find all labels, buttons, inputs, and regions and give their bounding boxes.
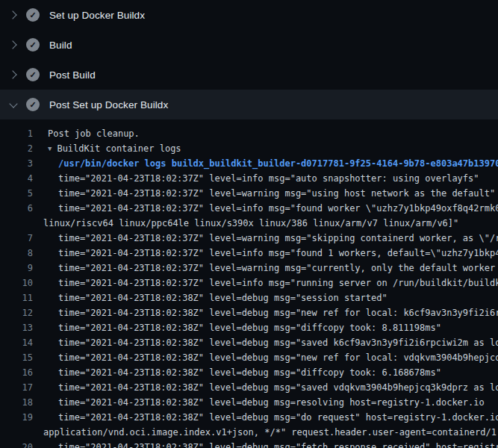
log-line: 12 time="2021-04-23T18:02:38Z" level=deb…: [0, 305, 498, 320]
step-label: Post Set up Docker Buildx: [49, 99, 168, 111]
log-line-number[interactable]: 1: [0, 126, 33, 141]
log-line-number[interactable]: 14: [0, 335, 33, 350]
step-row-set-up-docker-buildx[interactable]: ✓ Set up Docker Buildx: [0, 0, 498, 30]
chevron-right-icon: [9, 10, 18, 19]
log-line: 14 time="2021-04-23T18:02:38Z" level=deb…: [0, 335, 498, 350]
check-circle-icon: ✓: [26, 8, 40, 22]
log-line-text: time="2021-04-23T18:02:38Z" level=debug …: [33, 440, 498, 448]
log-line-text: time="2021-04-23T18:02:38Z" level=debug …: [33, 320, 441, 335]
log-line-number[interactable]: 3: [0, 156, 33, 171]
steps-list: ✓ Set up Docker Buildx ✓ Build ✓ Post Bu…: [0, 0, 498, 119]
log-line: 7 time="2021-04-23T18:02:37Z" level=warn…: [0, 231, 498, 246]
log-line: 17 time="2021-04-23T18:02:38Z" level=deb…: [0, 380, 498, 395]
log-line-text: ▼BuildKit container logs: [33, 141, 181, 156]
log-line-number[interactable]: 11: [0, 290, 33, 305]
step-label: Set up Docker Buildx: [49, 10, 145, 21]
log-line-number[interactable]: 12: [0, 305, 33, 320]
check-icon: ✓: [29, 11, 36, 19]
check-icon: ✓: [29, 41, 36, 49]
log-line-number[interactable]: 5: [0, 186, 33, 201]
chevron-right-icon: [9, 40, 18, 49]
log-line: 15 time="2021-04-23T18:02:38Z" level=deb…: [0, 350, 498, 365]
log-line-text: time="2021-04-23T18:02:37Z" level=warnin…: [33, 186, 495, 201]
step-row-post-set-up-docker-buildx[interactable]: ✓ Post Set up Docker Buildx: [0, 90, 498, 119]
log-line-text: time="2021-04-23T18:02:38Z" level=debug …: [33, 305, 498, 320]
log-line-number[interactable]: 19: [0, 410, 33, 425]
chevron-right-icon: [9, 70, 18, 79]
check-icon: ✓: [29, 71, 36, 79]
log-line-text: time="2021-04-23T18:02:38Z" level=debug …: [33, 410, 498, 425]
log-line: 16 time="2021-04-23T18:02:38Z" level=deb…: [0, 365, 498, 380]
check-icon: ✓: [29, 101, 36, 109]
log-line-number[interactable]: 10: [0, 276, 33, 290]
log-line-number[interactable]: 4: [0, 171, 33, 186]
log-line: 5 time="2021-04-23T18:02:37Z" level=warn…: [0, 186, 498, 201]
log-line-number[interactable]: 2: [0, 141, 33, 156]
chevron-down-icon: [9, 100, 18, 109]
log-line-number[interactable]: 8: [0, 246, 33, 261]
step-row-post-build[interactable]: ✓ Post Build: [0, 60, 498, 90]
log-line: 18 time="2021-04-23T18:02:38Z" level=deb…: [0, 395, 498, 410]
log-command-text: /usr/bin/docker logs buildx_buildkit_bui…: [33, 156, 498, 171]
log-line-number[interactable]: 6: [0, 201, 33, 216]
log-line-number: [0, 216, 33, 231]
log-line-number[interactable]: 20: [0, 440, 33, 448]
log-line-text: time="2021-04-23T18:02:38Z" level=debug …: [33, 335, 498, 350]
log-line: 10 time="2021-04-23T18:02:37Z" level=inf…: [0, 276, 498, 290]
log-line-number[interactable]: 13: [0, 320, 33, 335]
log-line-number[interactable]: 9: [0, 261, 33, 276]
log-line: application/vnd.oci.image.index.v1+json,…: [0, 425, 498, 440]
log-line-text: time="2021-04-23T18:02:37Z" level=info m…: [33, 201, 498, 216]
log-line-text: linux/riscv64 linux/ppc64le linux/s390x …: [33, 216, 458, 231]
check-circle-icon: ✓: [26, 68, 40, 81]
log-line-number: [0, 425, 33, 440]
log-line-number[interactable]: 18: [0, 395, 33, 410]
log-line-text: time="2021-04-23T18:02:38Z" level=debug …: [33, 380, 498, 395]
log-line: 6 time="2021-04-23T18:02:37Z" level=info…: [0, 201, 498, 216]
log-line-number[interactable]: 7: [0, 231, 33, 246]
log-line: 13 time="2021-04-23T18:02:38Z" level=deb…: [0, 320, 498, 335]
step-label: Build: [49, 40, 72, 51]
log-line-text: time="2021-04-23T18:02:38Z" level=debug …: [33, 395, 485, 410]
step-label: Post Build: [49, 69, 96, 81]
log-group-title: BuildKit container logs: [57, 143, 181, 154]
log-line-text: time="2021-04-23T18:02:38Z" level=debug …: [33, 350, 498, 365]
log-line-text: application/vnd.oci.image.index.v1+json,…: [33, 425, 498, 440]
log-line: linux/riscv64 linux/ppc64le linux/s390x …: [0, 216, 498, 231]
log-line-number[interactable]: 15: [0, 350, 33, 365]
triangle-down-icon: ▼: [48, 145, 52, 152]
log-line: 9 time="2021-04-23T18:02:37Z" level=warn…: [0, 261, 498, 276]
log-line: 8 time="2021-04-23T18:02:37Z" level=info…: [0, 246, 498, 261]
check-circle-icon: ✓: [26, 38, 40, 52]
log-line: 1 Post job cleanup.: [0, 126, 498, 141]
log-line-number[interactable]: 16: [0, 365, 33, 380]
log-line-text: time="2021-04-23T18:02:37Z" level=warnin…: [33, 231, 498, 246]
log-line-text: time="2021-04-23T18:02:38Z" level=debug …: [33, 365, 441, 380]
log-line-text: Post job cleanup.: [33, 126, 140, 141]
check-circle-icon: ✓: [26, 98, 40, 111]
log-line: 11 time="2021-04-23T18:02:38Z" level=deb…: [0, 290, 498, 305]
log-line: 20 time="2021-04-23T18:02:38Z" level=deb…: [0, 440, 498, 448]
log-line: 3 /usr/bin/docker logs buildx_buildkit_b…: [0, 156, 498, 171]
log-viewer: 1 Post job cleanup. 2 ▼BuildKit containe…: [0, 119, 498, 448]
log-line-number[interactable]: 17: [0, 380, 33, 395]
log-line: 4 time="2021-04-23T18:02:37Z" level=info…: [0, 171, 498, 186]
log-line-text: time="2021-04-23T18:02:37Z" level=info m…: [33, 276, 498, 290]
step-row-build[interactable]: ✓ Build: [0, 30, 498, 60]
log-line-text: time="2021-04-23T18:02:37Z" level=warnin…: [33, 261, 498, 276]
log-line-text: time="2021-04-23T18:02:38Z" level=debug …: [33, 290, 387, 305]
log-line-text: time="2021-04-23T18:02:37Z" level=info m…: [33, 246, 498, 261]
log-line: 19 time="2021-04-23T18:02:38Z" level=deb…: [0, 410, 498, 425]
log-line-text: time="2021-04-23T18:02:37Z" level=info m…: [33, 171, 479, 186]
log-group-line[interactable]: 2 ▼BuildKit container logs: [0, 141, 498, 156]
